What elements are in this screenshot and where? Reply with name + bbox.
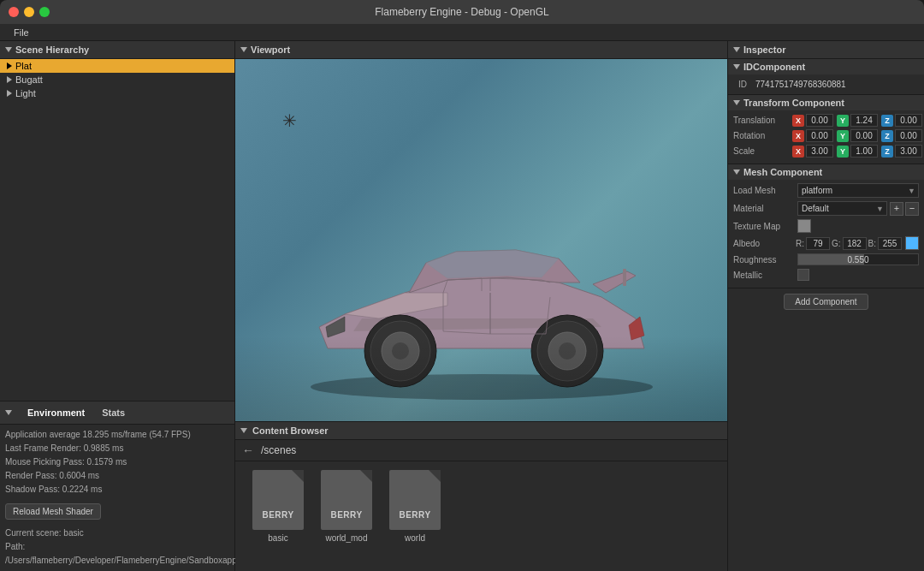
scene-hierarchy-collapse-icon[interactable] [5, 47, 12, 52]
scene-hierarchy-header: Scene Hierarchy [0, 41, 234, 59]
material-label: Material [733, 204, 797, 213]
file-item-basic[interactable]: BERRY basic [248, 470, 308, 543]
id-component-section: IDComponent ID 7741751749768360881 [728, 59, 924, 95]
load-mesh-row: Load Mesh platform ▼ [733, 183, 919, 198]
file-icon-world-mod: BERRY [321, 470, 372, 530]
file-type-world-mod: BERRY [321, 510, 372, 520]
svg-rect-1 [623, 269, 626, 286]
rotation-y-input: Y [837, 129, 878, 142]
roughness-row: Roughness 0.550 [733, 253, 919, 265]
id-component-header[interactable]: IDComponent [728, 59, 924, 74]
translation-row: Translation X Y Z [733, 114, 919, 127]
material-remove-button[interactable]: − [905, 202, 919, 216]
albedo-b-field[interactable] [878, 237, 902, 250]
env-stats-header: Environment Stats [0, 401, 234, 425]
file-item-world[interactable]: BERRY world [385, 470, 445, 543]
file-corner-world-mod [360, 470, 372, 482]
scale-z-input: Z [881, 145, 922, 158]
tab-stats[interactable]: Stats [93, 405, 133, 420]
title-bar: Flameberry Engine - Debug - OpenGL [0, 0, 924, 24]
rotation-z-input: Z [881, 129, 922, 142]
rotation-y-field[interactable] [850, 129, 878, 142]
viewport-area[interactable]: ✳ [235, 59, 727, 421]
content-browser-back-button[interactable]: ← [242, 443, 254, 457]
add-component-button[interactable]: Add Component [784, 294, 868, 310]
g-label: G: [832, 239, 841, 248]
metallic-checkbox[interactable] [797, 269, 809, 281]
scale-row: Scale X Y Z [733, 145, 919, 158]
file-corner-basic [292, 470, 304, 482]
b-label: B: [868, 239, 876, 248]
transform-component-section: Transform Component Translation X Y Z [728, 95, 924, 164]
reload-mesh-shader-button[interactable]: Reload Mesh Shader [5, 503, 101, 520]
inspector-collapse-icon[interactable] [733, 47, 740, 52]
content-browser-files: BERRY basic BERRY world_mod BERRY [235, 461, 727, 551]
mesh-component-section: Mesh Component Load Mesh platform ▼ Mate… [728, 164, 924, 288]
mesh-collapse-icon [733, 170, 740, 175]
left-panel: Scene Hierarchy Plat Bugatt Light Enviro… [0, 41, 235, 571]
rotation-label: Rotation [733, 131, 789, 140]
scale-label: Scale [733, 146, 789, 156]
stats-content: Application average 18.295 ms/frame (54.… [0, 425, 234, 500]
id-row: ID 7741751749768360881 [733, 78, 919, 91]
viewport-collapse-icon[interactable] [240, 47, 247, 52]
path-value: /Users/flameberry/Developer/FlameberryEn… [5, 554, 229, 568]
roughness-bar[interactable]: 0.550 [797, 253, 919, 265]
tree-item-label-bugatt: Bugatt [15, 74, 43, 85]
translation-z-field[interactable] [895, 114, 922, 127]
close-button[interactable] [9, 7, 19, 17]
load-mesh-select[interactable]: platform [797, 183, 919, 198]
albedo-r-field[interactable] [806, 237, 830, 250]
scale-z-field[interactable] [895, 145, 922, 158]
path-label: Path: [5, 540, 229, 554]
scale-x-input: X [792, 145, 833, 158]
translation-x-input: X [792, 114, 833, 127]
texture-map-preview[interactable] [797, 219, 811, 233]
rotation-z-field[interactable] [895, 129, 922, 142]
content-browser-path: /scenes [261, 444, 296, 456]
mesh-component-header[interactable]: Mesh Component [728, 164, 924, 180]
x-badge-rotation: X [792, 130, 804, 142]
menu-file[interactable]: File [7, 27, 36, 38]
window-title: Flameberry Engine - Debug - OpenGL [375, 6, 548, 18]
file-item-world-mod[interactable]: BERRY world_mod [317, 470, 376, 543]
material-add-button[interactable]: + [890, 202, 903, 216]
stat-render-pass: Render Pass: 0.6004 ms [5, 469, 229, 483]
tab-environment[interactable]: Environment [19, 405, 93, 420]
center-panel: Viewport ✳ [235, 41, 727, 571]
id-component-collapse-icon [733, 64, 740, 69]
tree-item-light[interactable]: Light [0, 86, 234, 100]
scale-x-field[interactable] [806, 145, 833, 158]
translation-z-input: Z [881, 114, 922, 127]
rotation-x-field[interactable] [806, 129, 833, 142]
stat-shadow-pass: Shadow Pass: 0.2224 ms [5, 483, 229, 497]
translation-x-field[interactable] [806, 114, 833, 127]
env-collapse-icon[interactable] [5, 410, 12, 415]
translation-y-field[interactable] [850, 114, 878, 127]
z-badge-scale: Z [881, 146, 893, 158]
tree-item-bugatt[interactable]: Bugatt [0, 73, 234, 86]
add-component-section: Add Component [728, 288, 924, 315]
stat-mouse-picking: Mouse Picking Pass: 0.1579 ms [5, 455, 229, 469]
env-tab-group: Environment Stats [19, 405, 229, 420]
scene-info: Current scene: basic Path: /Users/flameb… [0, 523, 234, 571]
material-row: Material Default ▼ + − [733, 201, 919, 216]
minimize-button[interactable] [24, 7, 34, 17]
file-icon-basic: BERRY [252, 470, 304, 530]
current-scene-label: Current scene: basic [5, 526, 229, 540]
albedo-g-field[interactable] [843, 237, 867, 250]
albedo-color-swatch[interactable] [905, 236, 919, 250]
file-name-world-mod: world_mod [326, 533, 368, 543]
scale-y-field[interactable] [850, 145, 878, 158]
albedo-label: Albedo [733, 239, 796, 248]
file-icon-world: BERRY [389, 470, 441, 530]
transform-component-header[interactable]: Transform Component [728, 95, 924, 110]
translation-label: Translation [733, 116, 789, 125]
maximize-button[interactable] [39, 7, 50, 17]
content-browser-collapse-icon[interactable] [240, 428, 247, 433]
metallic-row: Metallic [733, 269, 919, 281]
file-name-basic: basic [268, 533, 287, 543]
material-select[interactable]: Default [797, 201, 887, 216]
tree-item-plat[interactable]: Plat [0, 59, 234, 73]
viewport-floor [235, 336, 727, 421]
